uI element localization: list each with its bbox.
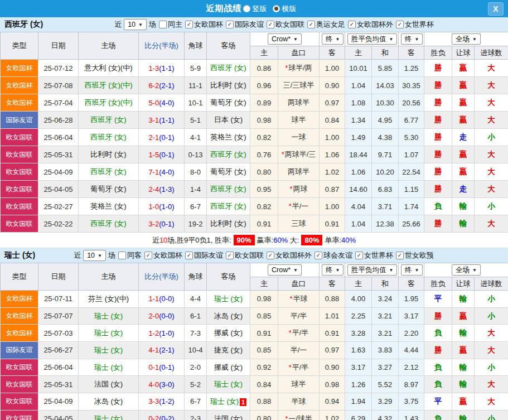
handicap-result: 贏 bbox=[452, 94, 475, 112]
wdl-period-select[interactable]: 终▼ bbox=[401, 264, 423, 276]
draw-odds: 4.95 bbox=[372, 112, 399, 129]
wdl-source-select[interactable]: 胜平负均值▼ bbox=[347, 264, 397, 276]
corner-score: 11-1 bbox=[185, 77, 207, 94]
corner-score: 10-1 bbox=[185, 94, 207, 112]
competition-checkbox[interactable] bbox=[144, 252, 152, 259]
win-odds: 3.17 bbox=[345, 359, 372, 376]
home-team: 瑞士 (女) bbox=[79, 325, 139, 342]
league-badge: 欧女国联 bbox=[1, 181, 38, 198]
league-badge: 欧女国联 bbox=[1, 410, 38, 420]
win-odds: 2.25 bbox=[345, 307, 372, 325]
handicap: 两球半 bbox=[278, 163, 320, 181]
away-team: 英格兰 (女) bbox=[207, 129, 250, 146]
odds-source-select[interactable]: Crow*▼ bbox=[268, 33, 302, 45]
radio-icon bbox=[273, 5, 280, 12]
competition-checkbox[interactable] bbox=[348, 21, 356, 28]
result: 勝 bbox=[424, 112, 452, 129]
competition-checkbox[interactable] bbox=[315, 252, 322, 259]
competition-checkbox[interactable] bbox=[396, 252, 404, 259]
summary-part: 90% bbox=[234, 235, 255, 245]
handicap: 平/半 bbox=[278, 307, 320, 325]
goals-result: 大 bbox=[475, 77, 508, 94]
handicap: *一/球半 bbox=[278, 410, 320, 420]
home-team: 瑞士 (女) bbox=[79, 359, 139, 376]
home-team: 葡萄牙 (女) bbox=[79, 181, 139, 198]
competition-checkbox[interactable] bbox=[267, 252, 274, 259]
wdl-source-select[interactable]: 胜平负均值▼ bbox=[347, 33, 397, 45]
goals-result: 大 bbox=[475, 112, 508, 129]
goals-result: 大 bbox=[475, 163, 508, 181]
competition-checkbox[interactable] bbox=[267, 21, 274, 28]
star-icon: * bbox=[285, 414, 288, 420]
home-odds: 0.82 bbox=[250, 198, 278, 215]
corner-score: 2-0 bbox=[185, 359, 207, 376]
summary-part: 近 bbox=[152, 235, 159, 245]
competition-checkbox[interactable] bbox=[355, 252, 363, 259]
same-venue-checkbox[interactable] bbox=[159, 21, 167, 28]
away-odds: 0.90 bbox=[320, 77, 345, 94]
handicap: 球半 bbox=[278, 376, 320, 393]
filter-bar: 近10▼场同主女欧国杯国际友谊欧女国联奥运女足女欧国杯外女世界杯 bbox=[114, 19, 434, 30]
match-date: 25-06-04 bbox=[38, 359, 79, 376]
league-badge: 国际友谊 bbox=[1, 342, 38, 359]
scope-select[interactable]: 全场▼ bbox=[452, 264, 481, 276]
away-team: 冰岛 (女) bbox=[207, 307, 250, 325]
corner-score: 10-4 bbox=[185, 342, 207, 359]
competition-label: 女欧国杯外 bbox=[275, 250, 312, 260]
draw-odds: 5.52 bbox=[372, 376, 399, 393]
wdl-period-select[interactable]: 终▼ bbox=[401, 33, 423, 45]
layout-radio-group: 竖版 横版 bbox=[243, 4, 302, 14]
odds-source-select[interactable]: Crow*▼ bbox=[268, 264, 302, 276]
league-badge: 欧女国联 bbox=[1, 129, 38, 146]
competition-checkbox[interactable] bbox=[307, 21, 315, 28]
recent-count-select[interactable]: 10▼ bbox=[124, 19, 147, 30]
result: 勝 bbox=[424, 60, 452, 77]
competition-label: 欧女国联 bbox=[235, 250, 264, 260]
handicap-result: 走 bbox=[452, 181, 475, 198]
column-header: 角球 bbox=[185, 263, 207, 291]
column-subheader: 主 bbox=[345, 46, 372, 60]
result: 勝 bbox=[424, 94, 452, 112]
section-header: 瑞士 (女)近10▼场同客女欧国杯国际友谊欧女国联女欧国杯外球会友谊女世界杯世女… bbox=[0, 248, 508, 263]
handicap-result: 贏 bbox=[452, 307, 475, 325]
result: 勝 bbox=[424, 146, 452, 163]
odds-period-select[interactable]: 终▼ bbox=[322, 33, 343, 45]
draw-odds: 5.85 bbox=[372, 60, 399, 77]
odds-period-select[interactable]: 终▼ bbox=[322, 264, 343, 276]
win-odds: 1.63 bbox=[345, 342, 372, 359]
recent-count-select[interactable]: 10▼ bbox=[83, 250, 106, 261]
same-venue-checkbox[interactable] bbox=[118, 252, 126, 259]
corner-score: 6-1 bbox=[185, 307, 207, 325]
match-date: 25-05-31 bbox=[38, 146, 79, 163]
competition-checkbox[interactable] bbox=[396, 21, 404, 28]
close-icon[interactable]: X bbox=[488, 2, 504, 16]
vertical-layout-radio[interactable]: 竖版 bbox=[243, 4, 267, 14]
win-odds: 14.60 bbox=[345, 181, 372, 198]
scope-select[interactable]: 全场▼ bbox=[452, 33, 481, 45]
column-header: 角球 bbox=[185, 32, 207, 60]
dropdown-arrow-icon: ▼ bbox=[389, 37, 394, 42]
corner-score: 6-7 bbox=[185, 393, 207, 411]
star-icon: * bbox=[289, 329, 292, 337]
goals-result: 小 bbox=[475, 410, 508, 420]
competition-checkbox[interactable] bbox=[226, 21, 234, 28]
home-odds: 0.91 bbox=[250, 325, 278, 342]
away-odds: 0.84 bbox=[320, 112, 345, 129]
league-badge: 女欧国杯 bbox=[1, 60, 38, 77]
draw-odds: 4.32 bbox=[372, 410, 399, 420]
corner-score: 5-1 bbox=[185, 112, 207, 129]
draw-odds: 12.38 bbox=[372, 215, 399, 233]
competition-label: 女欧国杯 bbox=[153, 250, 182, 260]
draw-odds: 14.03 bbox=[372, 77, 399, 94]
match-row: 欧女国联25-05-31法国 (女)4-0(3-0)5-2瑞士 (女)0.84球… bbox=[1, 376, 508, 393]
goals-result: 大 bbox=[475, 94, 508, 112]
score: 1-3(1-1) bbox=[139, 60, 185, 77]
horizontal-layout-radio[interactable]: 横版 bbox=[273, 4, 297, 14]
competition-checkbox[interactable] bbox=[226, 252, 234, 259]
competition-checkbox[interactable] bbox=[185, 21, 193, 28]
competition-checkbox[interactable] bbox=[185, 252, 193, 259]
column-header: 主场 bbox=[79, 32, 139, 60]
lose-odds: 3.17 bbox=[399, 307, 424, 325]
handicap: *平/半 bbox=[278, 359, 320, 376]
summary-part: 赢率: bbox=[257, 235, 274, 245]
